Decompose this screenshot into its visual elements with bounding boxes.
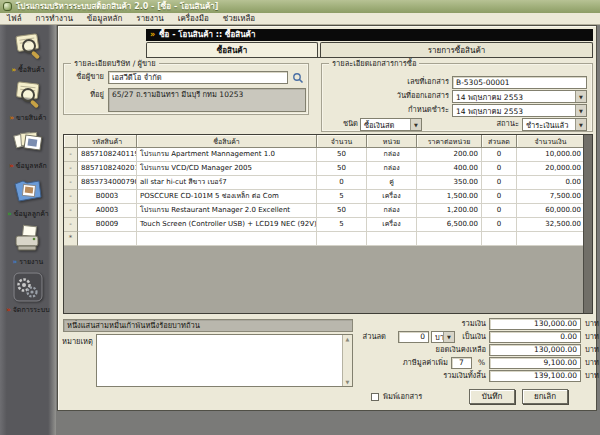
vat-label: ภาษีมูลค่าเพิ่ม <box>328 357 448 369</box>
balance-label: ยอดเงินคงเหลือ <box>338 344 486 356</box>
sidebar-item-label: จัดการระบบ <box>13 304 50 315</box>
doc-date-label: วันที่ออกเอกสาร <box>322 89 449 102</box>
status-dropdown[interactable]: ชำระเงินแล้ว ▼ <box>522 118 587 131</box>
sidebar-item-master-data[interactable]: »ข้อมูลหลัก <box>0 128 56 171</box>
col-qty: จำนวน <box>317 135 367 148</box>
print-document-checkbox[interactable] <box>371 393 379 401</box>
main-panel: » ซื้อ - โอนสินค้า :: ซื้อสินค้า ซื้อสิน… <box>57 25 597 411</box>
cancel-button[interactable]: ยกเลิก <box>522 389 568 404</box>
table-row[interactable]: - B0003 POSCCURE CD-101M 5 ช่องเหล็ก ต่อ… <box>64 190 585 204</box>
due-date-label: กำหนดชำระ <box>322 103 449 116</box>
chevron-down-icon: ▼ <box>410 119 421 130</box>
save-button[interactable]: บันทึก <box>469 389 515 404</box>
buy-products-icon <box>10 32 46 62</box>
seller-group: รายละเอียดบริษัท / ผู้ขาย ชื่อผู้ขาย เอส… <box>63 63 309 115</box>
doc-no-input[interactable]: B-5305-00001 <box>452 76 587 89</box>
window-title: โปรแกรมบริหารระบบสต็อกสินค้า 2.0 - [ซื้อ… <box>16 0 218 13</box>
reports-icon <box>10 224 46 254</box>
doc-no-label: เลขที่เอกสาร <box>322 75 449 88</box>
col-product-code: รหัสสินค้า <box>78 135 137 148</box>
master-data-icon <box>10 128 46 158</box>
chevron-icon: » <box>150 29 155 41</box>
doc-date-dropdown[interactable]: 14 พฤษภาคม 2553 ▼ <box>452 90 587 103</box>
grand-total-value: 139,100.00 <box>489 370 581 382</box>
menu-bar: ไฟล์ การทำงาน ข้อมูลหลัก รายงาน เครื่องม… <box>0 13 600 25</box>
status-label: สถานะ <box>452 117 519 130</box>
amount-in-words-bar: หนึ่งแสนสามหมื่นเก้าพันหนึ่งร้อยบาทถ้วน <box>63 319 353 332</box>
application-window: โปรแกรมบริหารระบบสต็อกสินค้า 2.0 - [ซื้อ… <box>0 0 600 435</box>
arrow-icon: » <box>6 306 11 314</box>
col-unit: หน่วย <box>367 135 417 148</box>
customer-data-icon <box>10 176 46 206</box>
note-textarea[interactable]: ▲ ▼ <box>96 334 353 387</box>
arrow-icon: » <box>13 258 18 266</box>
grid-header-row: รหัสสินค้า ชื่อสินค้า จำนวน หน่วย ราคาต่… <box>64 135 585 148</box>
menu-operations[interactable]: การทำงาน <box>29 13 80 25</box>
col-product-name: ชื่อสินค้า <box>137 135 317 148</box>
type-dropdown[interactable]: ซื้อเงินสด ▼ <box>360 118 422 131</box>
discount-input[interactable]: 0 <box>398 331 429 343</box>
search-seller-button[interactable] <box>291 71 305 84</box>
table-row[interactable]: - 8853734000790 all star hi-cut สีขาว เบ… <box>64 176 585 190</box>
vat-amount: 9,100.00 <box>489 357 581 369</box>
table-row[interactable]: - A0003 โปรแกรม Restaurant Manager 2.0 E… <box>64 204 585 218</box>
sidebar-item-system[interactable]: »จัดการระบบ <box>0 272 56 315</box>
seller-group-title: รายละเอียดบริษัท / ผู้ขาย <box>71 59 159 68</box>
row-selector[interactable]: - <box>64 176 78 190</box>
seller-name-label: ชื่อผู้ขาย <box>66 70 104 83</box>
sidebar-item-label: รายงาน <box>19 256 43 267</box>
address-box: 65/27 ถ.รามอินทรา มีนบุรี กทม 10253 <box>108 88 306 112</box>
document-group-title: รายละเอียดเอกสารการซื้อ <box>329 59 419 68</box>
sidebar-item-reports[interactable]: »รายงาน <box>0 224 56 267</box>
row-selector[interactable]: - <box>64 190 78 204</box>
document-group: รายละเอียดเอกสารการซื้อ เลขที่เอกสาร B-5… <box>321 63 593 132</box>
new-row-marker[interactable]: * <box>64 232 78 246</box>
row-selector[interactable]: - <box>64 204 78 218</box>
sidebar-item-customer-data[interactable]: »ข้อมูลลูกค้า <box>0 176 56 219</box>
discount-unit-dropdown[interactable]: บาท ▼ <box>431 331 455 343</box>
balance-value: 130,000.00 <box>489 344 581 356</box>
row-selector[interactable]: - <box>64 148 78 162</box>
total-value: 130,000.00 <box>489 318 581 330</box>
search-icon <box>292 72 304 84</box>
arrow-icon: » <box>11 66 16 74</box>
note-label: หมายเหตุ <box>62 335 94 348</box>
sidebar-item-buy[interactable]: »ซื้อสินค้า <box>0 32 56 75</box>
col-unit-price: ราคาต่อหน่วย <box>417 135 482 148</box>
table-row[interactable]: - 8857108240119 โปรแกรม Apartment Mannag… <box>64 148 585 162</box>
grid-scrollbar[interactable] <box>583 135 592 313</box>
seller-name-input[interactable]: เอสวีดีโอ จำกัด <box>108 71 288 84</box>
sidebar-item-label: ข้อมูลหลัก <box>16 160 47 171</box>
chevron-down-icon: ▼ <box>575 91 586 102</box>
sidebar-item-label: ข้อมูลลูกค้า <box>14 208 49 219</box>
menu-reports[interactable]: รายงาน <box>129 13 170 25</box>
due-date-dropdown[interactable]: 14 พฤษภาคม 2553 ▼ <box>452 104 587 117</box>
print-document-label: พิมพ์เอกสาร <box>383 392 422 402</box>
discount-as-label: เป็นเงิน <box>454 331 486 343</box>
tab-buy-products[interactable]: ซื้อสินค้า <box>146 42 318 57</box>
row-selector[interactable]: - <box>64 162 78 176</box>
row-selector[interactable]: - <box>64 218 78 232</box>
menu-help[interactable]: ช่วยเหลือ <box>216 13 262 25</box>
col-amount: จำนวนเงิน <box>517 135 585 148</box>
tab-purchase-list[interactable]: รายการซื้อสินค้า <box>320 42 593 57</box>
chevron-down-icon: ▼ <box>443 332 454 342</box>
menu-master-data[interactable]: ข้อมูลหลัก <box>80 13 129 25</box>
address-label: ที่อยู่ <box>66 88 104 101</box>
sell-products-icon <box>10 80 46 110</box>
page-title: ซื้อ - โอนสินค้า :: ซื้อสินค้า <box>159 29 255 41</box>
table-row[interactable]: - 8857108240201 โปรแกรม VCD/CD Manager 2… <box>64 162 585 176</box>
system-settings-icon <box>10 272 46 302</box>
vat-rate-input[interactable]: 7 <box>451 357 472 369</box>
tab-strip: ซื้อสินค้า รายการซื้อสินค้า <box>146 42 593 58</box>
purchase-items-grid: รหัสสินค้า ชื่อสินค้า จำนวน หน่วย ราคาต่… <box>63 134 593 314</box>
table-row[interactable]: - B0009 Touch Screen (Controller USB) + … <box>64 218 585 232</box>
sidebar-item-sell[interactable]: »ขายสินค้า <box>0 80 56 123</box>
menu-tools[interactable]: เครื่องมือ <box>171 13 216 25</box>
new-row[interactable]: * <box>64 232 585 246</box>
menu-file[interactable]: ไฟล์ <box>0 13 29 25</box>
chevron-down-icon: ▼ <box>575 119 586 130</box>
type-label: ชนิด <box>324 117 358 130</box>
arrow-icon: » <box>9 114 14 122</box>
app-icon <box>3 2 12 11</box>
